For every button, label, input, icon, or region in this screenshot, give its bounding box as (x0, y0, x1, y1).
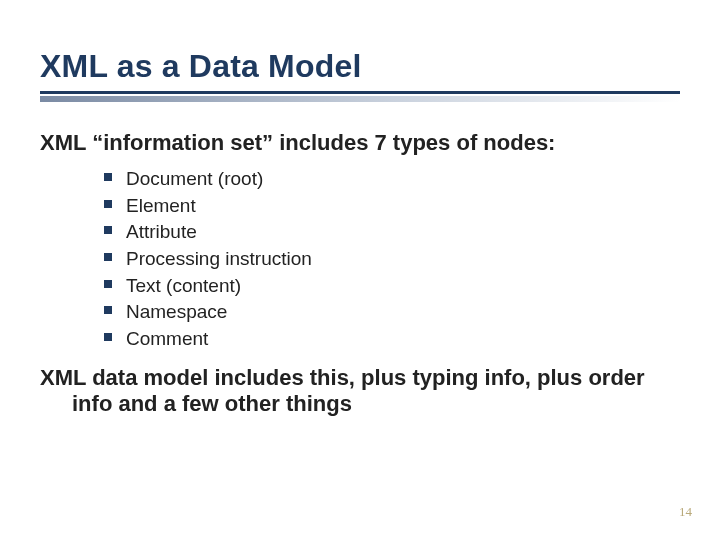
list-item: Text (content) (104, 273, 680, 299)
list-item: Processing instruction (104, 246, 680, 272)
list-item: Comment (104, 326, 680, 352)
closing-text: XML data model includes this, plus typin… (40, 365, 650, 417)
node-type-list: Document (root) Element Attribute Proces… (40, 166, 680, 351)
slide: XML as a Data Model XML “information set… (0, 0, 720, 540)
page-number: 14 (679, 504, 692, 520)
list-item: Namespace (104, 299, 680, 325)
list-item: Document (root) (104, 166, 680, 192)
closing-text-content: XML data model includes this, plus typin… (40, 365, 650, 417)
title-rule (40, 91, 680, 102)
rule-thick (40, 91, 680, 94)
rule-fade (40, 96, 680, 102)
list-item: Element (104, 193, 680, 219)
list-item: Attribute (104, 219, 680, 245)
slide-title: XML as a Data Model (40, 48, 680, 85)
lead-text: XML “information set” includes 7 types o… (40, 130, 680, 156)
